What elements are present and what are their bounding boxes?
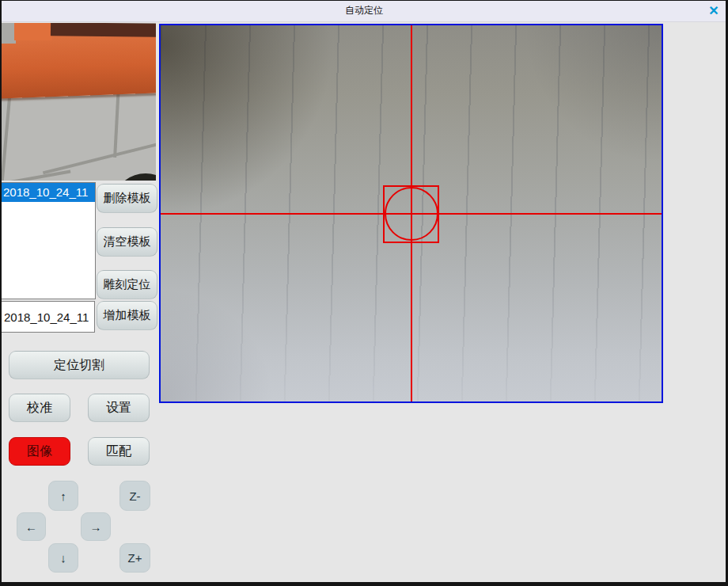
list-item[interactable]: 2018_10_24_11: [2, 183, 95, 202]
thumbnail-detail: [0, 23, 16, 44]
engrave-position-button[interactable]: 雕刻定位: [97, 270, 157, 299]
jog-left-button[interactable]: ←: [17, 512, 46, 541]
clear-templates-button[interactable]: 清空模板: [97, 227, 157, 257]
delete-template-button[interactable]: 删除模板: [97, 184, 157, 213]
thumbnail-tile-line: [0, 170, 70, 181]
jog-up-button[interactable]: ↑: [48, 481, 78, 511]
thumbnail-detail: [14, 23, 52, 40]
jog-z-minus-button[interactable]: Z-: [119, 481, 150, 511]
auto-position-dialog: 自动定位 ✕ 2018_10_24_11 删除模板 清空模板 雕刻定位 增加模板…: [0, 0, 728, 586]
add-template-button[interactable]: 增加模板: [97, 301, 157, 330]
settings-button[interactable]: 设置: [88, 394, 150, 422]
match-button[interactable]: 匹配: [88, 437, 150, 466]
dialog-title: 自动定位: [345, 4, 383, 17]
close-icon[interactable]: ✕: [705, 3, 722, 19]
jog-right-button[interactable]: →: [81, 512, 111, 541]
template-list[interactable]: 2018_10_24_11: [1, 182, 96, 299]
thumbnail-dark-object: [117, 173, 156, 181]
target-circle-overlay: [385, 187, 438, 241]
camera-view: [159, 24, 663, 403]
template-thumbnail: [0, 23, 156, 181]
titlebar: 自动定位 ✕: [0, 0, 728, 22]
template-name-field[interactable]: [1, 301, 95, 333]
position-cut-button[interactable]: 定位切割: [9, 351, 150, 379]
thumbnail-tile-line: [43, 141, 156, 175]
jog-z-plus-button[interactable]: Z+: [119, 543, 150, 573]
thumbnail-detail: [51, 23, 156, 37]
image-button-active[interactable]: 图像: [9, 437, 70, 466]
calibrate-button[interactable]: 校准: [9, 394, 70, 422]
jog-down-button[interactable]: ↓: [48, 543, 78, 573]
